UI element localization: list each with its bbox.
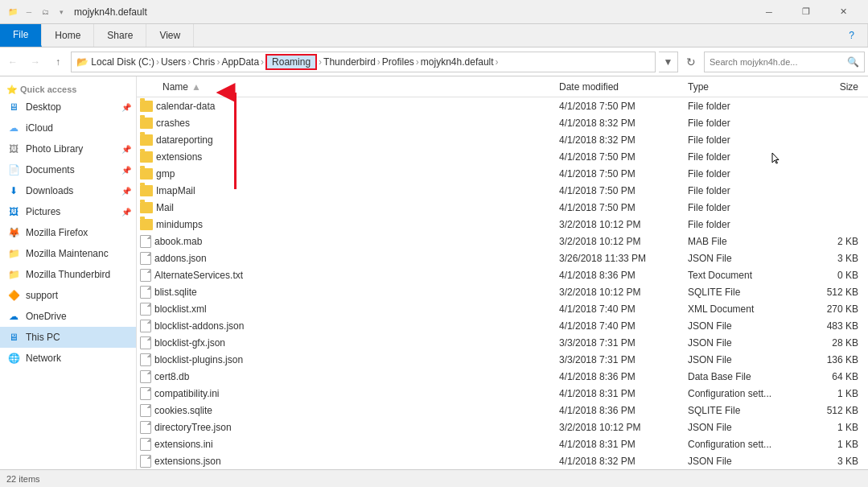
tab-file[interactable]: File [0, 24, 42, 47]
breadcrumb-thunderbird[interactable]: Thunderbird [323, 56, 376, 68]
back-button[interactable]: ← [3, 52, 23, 72]
this-pc-icon: 🖥 [6, 330, 21, 345]
sidebar-item-network[interactable]: 🌐 Network [0, 348, 136, 369]
file-date: 4/1/2018 8:32 PM [559, 134, 688, 146]
breadcrumb-chris[interactable]: Chris [192, 56, 215, 68]
table-row[interactable]: extensions.json 4/1/2018 8:32 PM JSON Fi… [137, 452, 868, 469]
title-icon4: ▾ [55, 6, 68, 19]
table-row[interactable]: blocklist-gfx.json 3/3/2018 7:31 PM JSON… [137, 334, 868, 351]
title-icon2: ─ [23, 6, 35, 19]
file-type: Configuration sett... [688, 388, 800, 399]
file-name-datareporting: datareporting [140, 134, 559, 146]
table-row[interactable]: abook.mab 3/2/2018 10:12 PM MAB File 2 K… [137, 233, 868, 250]
file-type: Text Document [688, 270, 800, 281]
table-row[interactable]: AlternateServices.txt 4/1/2018 8:36 PM T… [137, 266, 868, 283]
up-button[interactable]: ↑ [48, 52, 68, 72]
file-type: JSON File [688, 456, 800, 467]
table-row[interactable]: ImapMail 4/1/2018 7:50 PM File folder [137, 182, 868, 199]
table-row[interactable]: cert8.db 4/1/2018 8:36 PM Data Base File… [137, 368, 868, 385]
file-name-cert8: cert8.db [140, 370, 559, 383]
tab-home[interactable]: Home [42, 24, 94, 47]
minimize-button[interactable]: ─ [751, 0, 788, 24]
refresh-button[interactable]: ↻ [681, 52, 701, 72]
sidebar-item-pictures[interactable]: 🖼 Pictures 📌 [0, 201, 136, 222]
table-row[interactable]: Mail 4/1/2018 7:50 PM File folder [137, 199, 868, 216]
column-type[interactable]: Type [688, 81, 800, 93]
tab-share[interactable]: Share [94, 24, 146, 47]
close-button[interactable]: ✕ [825, 0, 862, 24]
file-icon [140, 455, 151, 468]
table-row[interactable]: blocklist-plugins.json 3/3/2018 7:31 PM … [137, 351, 868, 368]
file-date: 4/1/2018 7:40 PM [559, 303, 688, 315]
forward-button[interactable]: → [26, 52, 45, 72]
column-name[interactable]: Name ▲ [140, 81, 559, 93]
sep7: › [416, 56, 419, 68]
folder-icon [140, 202, 153, 213]
file-type: JSON File [688, 354, 800, 365]
file-name-compatibility-ini: compatibility.ini [140, 387, 559, 400]
sidebar-item-support[interactable]: 🔶 support [0, 285, 136, 306]
file-name-extensions: extensions [140, 151, 559, 163]
file-date: 3/2/2018 10:12 PM [559, 236, 688, 247]
search-box: 🔍 [704, 52, 865, 72]
restore-button[interactable]: ❐ [788, 0, 825, 24]
file-type: File folder [688, 185, 800, 196]
file-icon [140, 320, 151, 332]
address-dropdown-button[interactable]: ▼ [659, 52, 678, 72]
table-row[interactable]: blocklist.xml 4/1/2018 7:40 PM XML Docum… [137, 300, 868, 317]
sidebar-item-icloud[interactable]: ☁ iCloud [0, 118, 136, 138]
table-row[interactable]: extensions 4/1/2018 7:50 PM File folder [137, 148, 868, 165]
table-row[interactable]: datareporting 4/1/2018 8:32 PM File fold… [137, 131, 868, 148]
file-size: 3 KB [800, 253, 865, 264]
help-button[interactable]: ? [836, 24, 868, 47]
status-text: 22 items [6, 474, 40, 484]
table-row[interactable]: cookies.sqlite 4/1/2018 8:36 PM SQLITE F… [137, 402, 868, 419]
table-row[interactable]: compatibility.ini 4/1/2018 8:31 PM Confi… [137, 385, 868, 402]
sidebar-item-mozilla-firefox[interactable]: 🦊 Mozilla Firefox [0, 222, 136, 243]
breadcrumb-users[interactable]: Users [161, 56, 186, 68]
file-type: File folder [688, 168, 800, 180]
table-row[interactable]: addons.json 3/26/2018 11:33 PM JSON File… [137, 250, 868, 266]
table-row[interactable]: extensions.ini 4/1/2018 8:31 PM Configur… [137, 435, 868, 452]
table-row[interactable]: blist.sqlite 3/2/2018 10:12 PM SQLITE Fi… [137, 283, 868, 300]
file-type: JSON File [688, 337, 800, 349]
breadcrumb-profiles[interactable]: Profiles [382, 56, 414, 68]
sidebar-item-photo-library[interactable]: 🖼 Photo Library 📌 [0, 138, 136, 159]
search-input[interactable] [710, 57, 847, 67]
icloud-icon: ☁ [6, 121, 21, 135]
sidebar-item-documents[interactable]: 📄 Documents 📌 [0, 159, 136, 180]
file-name-extensions-ini: extensions.ini [140, 438, 559, 451]
sidebar-item-mozilla-maintenance[interactable]: 📁 Mozilla Maintenanc [0, 243, 136, 264]
file-size: 1 KB [800, 422, 865, 433]
file-date: 4/1/2018 7:50 PM [559, 185, 688, 196]
sidebar-item-mozilla-thunderbird[interactable]: 📁 Mozilla Thunderbird [0, 264, 136, 285]
table-row[interactable]: directoryTree.json 3/2/2018 10:12 PM JSO… [137, 419, 868, 435]
table-row[interactable]: crashes 4/1/2018 8:32 PM File folder [137, 114, 868, 131]
column-date[interactable]: Date modified [559, 81, 688, 93]
file-date: 4/1/2018 7:50 PM [559, 101, 688, 112]
sidebar-item-downloads[interactable]: ⬇ Downloads 📌 [0, 180, 136, 201]
downloads-icon: ⬇ [6, 184, 21, 198]
sidebar-item-desktop[interactable]: 🖥 Desktop 📌 [0, 97, 136, 118]
table-row[interactable]: blocklist-addons.json 4/1/2018 7:40 PM J… [137, 317, 868, 334]
breadcrumb-localdisk[interactable]: 📂 Local Disk (C:) [76, 56, 154, 68]
tab-view[interactable]: View [146, 24, 194, 47]
file-type: MAB File [688, 236, 800, 247]
file-name-mail: Mail [140, 202, 559, 213]
table-row[interactable]: minidumps 3/2/2018 10:12 PM File folder [137, 216, 868, 233]
sidebar-item-this-pc[interactable]: 🖥 This PC [0, 327, 136, 348]
file-size: 3 KB [800, 456, 865, 467]
table-row[interactable]: gmp 4/1/2018 7:50 PM File folder [137, 165, 868, 182]
breadcrumb-roaming[interactable]: Roaming [265, 54, 317, 70]
table-row[interactable]: calendar-data 4/1/2018 7:50 PM File fold… [137, 97, 868, 114]
breadcrumb-profile-default[interactable]: mojykn4h.default [421, 56, 494, 68]
column-size[interactable]: Size [800, 81, 865, 93]
breadcrumb-appdata[interactable]: AppData [221, 56, 259, 68]
thunderbird-icon: 📁 [6, 267, 21, 282]
file-type: JSON File [688, 422, 800, 433]
desktop-icon: 🖥 [6, 100, 21, 114]
sidebar-item-onedrive[interactable]: ☁ OneDrive [0, 306, 136, 327]
window-title: mojykn4h.default [74, 6, 751, 18]
onedrive-icon: ☁ [6, 309, 21, 324]
file-date: 4/1/2018 8:36 PM [559, 270, 688, 281]
